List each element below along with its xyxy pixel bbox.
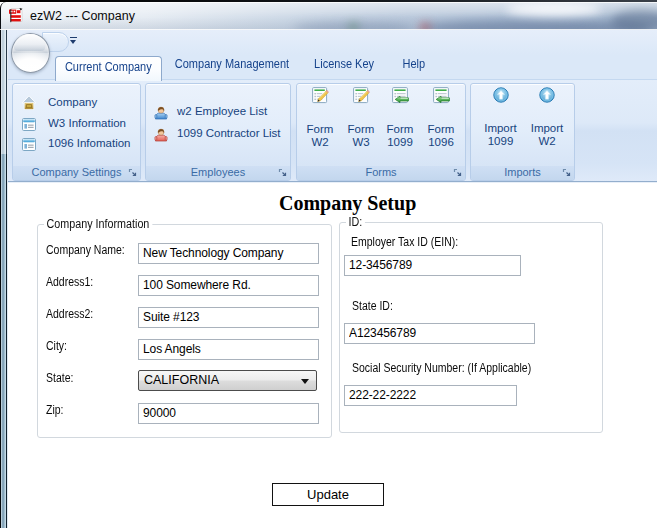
person-red-icon: [154, 128, 168, 142]
ribbon-item-label: W3 Information: [48, 117, 126, 129]
form-edit-icon: [312, 87, 329, 104]
ribbon-group-imports: Import 1099 Import W2 Imports: [470, 83, 575, 181]
ribbon-item-label-line2: 1099: [488, 135, 514, 147]
address2-input[interactable]: [138, 307, 319, 328]
ribbon-item-1096-infomation[interactable]: 1096 Infomation: [22, 134, 130, 154]
page-title: Company Setup: [279, 192, 479, 215]
tab-label: License Key: [315, 55, 375, 73]
app-icon[interactable]: [8, 7, 24, 23]
ribbon-group-caption: Forms: [297, 166, 465, 180]
ribbon-item-label-line1: Import: [531, 122, 564, 134]
state-id-label: State ID:: [352, 299, 393, 313]
address2-label: Address2:: [46, 307, 93, 321]
import-up-icon: [493, 87, 509, 103]
application-window: ezW2 --- Company Current Company Company…: [0, 0, 657, 528]
dialog-launcher-icon[interactable]: [278, 168, 288, 178]
tab-label: Current Company: [65, 57, 152, 77]
address1-input[interactable]: [138, 275, 319, 296]
ribbon-item-label-line1: Import: [484, 122, 517, 134]
window-top-border: [0, 0, 657, 2]
ribbon-item-label-line1: Form: [428, 123, 455, 135]
ribbon-item-label: 1096 Infomation: [48, 137, 130, 149]
dialog-launcher-icon[interactable]: [128, 168, 138, 178]
import-up-icon: [539, 87, 555, 103]
form-import-arrow-icon: [392, 87, 409, 104]
ribbon-item-import-1099[interactable]: Import 1099: [478, 87, 524, 163]
ribbon-bottom-border-highlight: [8, 182, 657, 183]
form-window-icon: [22, 118, 36, 131]
person-blue-icon: [154, 106, 168, 120]
state-id-input[interactable]: [344, 323, 535, 344]
tab-label: Company Management: [175, 55, 289, 73]
ribbon-group-caption: Employees: [146, 166, 290, 180]
ribbon-group-caption: Company Settings: [13, 166, 140, 180]
ein-input[interactable]: [344, 255, 521, 276]
ribbon-item-form-w2[interactable]: Form W2: [297, 87, 343, 163]
ribbon-item-label: w2 Employee List: [177, 105, 267, 117]
ein-label: Employer Tax ID (EIN):: [351, 235, 458, 249]
ribbon-group-employees: w2 Employee List 1099 Contractor List Em…: [145, 83, 291, 181]
ribbon-item-w2-employee-list[interactable]: w2 Employee List: [154, 103, 267, 123]
company-name-input[interactable]: [138, 243, 319, 264]
ribbon-body: Company W3 Information: [8, 79, 657, 182]
update-button[interactable]: Update: [272, 483, 384, 506]
ribbon-item-label: 1099 Contractor List: [177, 127, 281, 139]
groupbox-legend: ID:: [346, 215, 365, 229]
ribbon-item-1099-contractor-list[interactable]: 1099 Contractor List: [154, 125, 281, 145]
ribbon-top-strip: [8, 30, 657, 55]
city-input[interactable]: [138, 339, 319, 360]
glass-blur-blob: [506, 2, 601, 16]
ribbon-item-form-1096[interactable]: Form 1096: [418, 87, 464, 163]
tab-current-company[interactable]: Current Company: [55, 56, 162, 81]
dialog-launcher-icon[interactable]: [562, 168, 572, 178]
ribbon-item-label-line1: Form: [348, 123, 375, 135]
form-window-icon: [22, 138, 36, 151]
dialog-launcher-icon[interactable]: [453, 168, 463, 178]
ribbon-item-label-line2: 1099: [387, 136, 413, 148]
form-edit-icon: [353, 87, 370, 104]
glass-blur-blob: [611, 10, 657, 30]
ribbon-group-company-settings: Company W3 Information: [12, 83, 141, 181]
ribbon-group-caption: Imports: [471, 166, 574, 180]
tab-label: Help: [402, 55, 425, 73]
qat-dropdown-icon[interactable]: [70, 37, 78, 45]
ribbon-item-company[interactable]: Company: [22, 93, 97, 113]
ribbon-item-label-line1: Form: [387, 123, 414, 135]
window-title: ezW2 --- Company: [30, 8, 135, 24]
ribbon-group-forms: Form W2 Form W3: [296, 83, 466, 181]
company-name-label: Company Name:: [46, 243, 125, 257]
ssn-label: Social Security Number: (If Applicable): [352, 361, 531, 375]
address1-label: Address1:: [46, 275, 93, 289]
orb-gloss: [14, 34, 45, 51]
window-left-border-top: [0, 29, 8, 154]
ribbon-item-label-line1: Form: [307, 123, 334, 135]
titlebar-divider: [0, 29, 657, 30]
state-label: State:: [46, 371, 73, 385]
form-import-arrow-icon: [433, 87, 450, 104]
ribbon-item-w3-information[interactable]: W3 Information: [22, 114, 126, 134]
zip-input[interactable]: [138, 403, 319, 424]
combo-arrow-icon: [301, 379, 309, 384]
ribbon-item-label-line2: W2: [311, 136, 328, 148]
state-selected-value: CALIFORNIA: [144, 373, 219, 387]
ssn-input[interactable]: [344, 385, 517, 406]
state-select[interactable]: CALIFORNIA: [138, 370, 317, 391]
groupbox-legend: Company Information: [44, 217, 152, 231]
ribbon-item-label: Company: [48, 96, 97, 108]
ribbon-item-form-1099[interactable]: Form 1099: [377, 87, 423, 163]
ribbon-item-label-line2: 1096: [428, 136, 454, 148]
ribbon-item-label-line2: W3: [352, 136, 369, 148]
tab-company-management[interactable]: Company Management: [166, 55, 298, 79]
ribbon-item-label-line2: W2: [538, 135, 555, 147]
house-icon: [22, 95, 36, 111]
tab-help[interactable]: Help: [388, 55, 439, 79]
city-label: City:: [46, 339, 67, 353]
zip-label: Zip:: [46, 403, 64, 417]
ribbon-item-import-w2[interactable]: Import W2: [524, 87, 570, 163]
tab-license-key[interactable]: License Key: [303, 55, 386, 79]
